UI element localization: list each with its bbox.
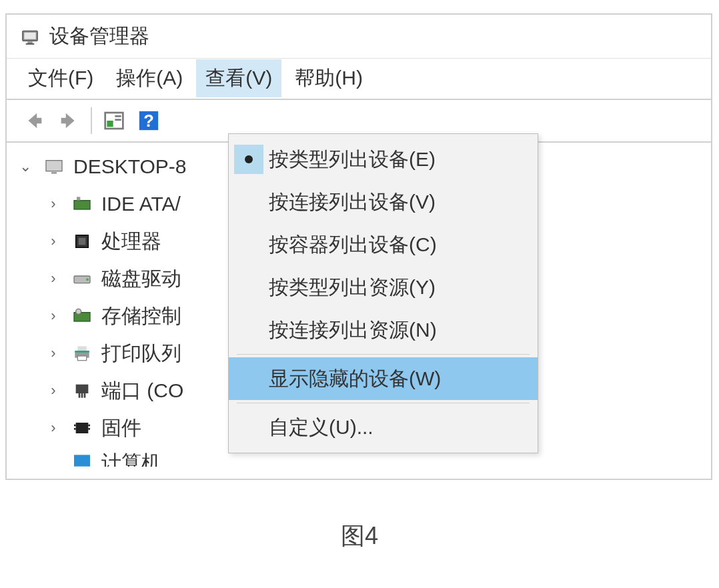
collapse-icon[interactable]: ⌄ xyxy=(16,158,35,175)
tree-item-label: IDE ATA/ xyxy=(101,193,181,215)
menu-devices-by-container[interactable]: 按容器列出设备(C) xyxy=(229,223,538,266)
printer-icon xyxy=(69,341,95,366)
svg-rect-32 xyxy=(88,428,90,430)
tree-item-label: 磁盘驱动 xyxy=(101,265,181,293)
menu-action[interactable]: 操作(A) xyxy=(107,59,192,97)
svg-rect-15 xyxy=(79,238,86,245)
back-button[interactable] xyxy=(19,105,49,136)
menu-item-label: 显示隐藏的设备(W) xyxy=(269,365,441,393)
menu-separator xyxy=(237,403,530,403)
disk-icon xyxy=(69,266,95,291)
menu-customize[interactable]: 自定义(U)... xyxy=(229,406,538,449)
expand-icon[interactable]: › xyxy=(44,382,63,399)
menu-item-label: 自定义(U)... xyxy=(269,414,374,441)
svg-rect-33 xyxy=(74,455,90,466)
expand-icon[interactable]: › xyxy=(44,419,63,437)
svg-point-17 xyxy=(86,278,89,281)
port-icon xyxy=(69,378,95,403)
svg-text:?: ? xyxy=(143,111,154,130)
svg-rect-10 xyxy=(46,161,62,171)
window-title: 设备管理器 xyxy=(49,23,149,50)
svg-rect-13 xyxy=(77,197,80,200)
expand-icon[interactable]: › xyxy=(44,270,63,287)
menu-devices-by-type[interactable]: 按类型列出设备(E) xyxy=(229,138,538,181)
firmware-icon xyxy=(69,415,95,441)
menu-item-label: 按连接列出设备(V) xyxy=(269,189,436,216)
tree-item-label: 计算机 xyxy=(101,449,161,467)
computer-icon xyxy=(41,154,67,179)
view-menu-dropdown: 按类型列出设备(E) 按连接列出设备(V) 按容器列出设备(C) 按类型列出资源… xyxy=(228,133,538,453)
device-manager-window: 设备管理器 文件(F) 操作(A) 查看(V) 帮助(H) ? xyxy=(5,13,712,480)
svg-rect-11 xyxy=(51,172,57,174)
menubar: 文件(F) 操作(A) 查看(V) 帮助(H) xyxy=(7,59,711,99)
menu-devices-by-connection[interactable]: 按连接列出设备(V) xyxy=(229,181,538,223)
svg-rect-2 xyxy=(27,41,33,43)
expand-icon[interactable]: › xyxy=(44,233,63,250)
tree-item-label: 端口 (CO xyxy=(101,377,183,405)
menu-resources-by-connection[interactable]: 按连接列出资源(N) xyxy=(229,309,538,351)
storage-controller-icon xyxy=(69,303,95,329)
menu-item-label: 按连接列出资源(N) xyxy=(269,317,437,344)
menu-file[interactable]: 文件(F) xyxy=(19,59,103,97)
svg-rect-24 xyxy=(76,385,89,393)
toolbar-separator xyxy=(91,107,92,134)
tree-item-label: 打印队列 xyxy=(101,340,181,367)
help-button[interactable]: ? xyxy=(133,105,164,136)
svg-rect-31 xyxy=(88,425,90,427)
menu-view[interactable]: 查看(V) xyxy=(196,59,281,97)
expand-icon[interactable]: › xyxy=(44,195,63,213)
svg-rect-12 xyxy=(74,201,90,209)
svg-rect-5 xyxy=(107,121,113,127)
show-hide-tree-button[interactable] xyxy=(99,105,129,136)
tree-item-label: 固件 xyxy=(101,415,141,442)
cpu-icon xyxy=(69,229,95,254)
svg-rect-30 xyxy=(74,428,76,430)
menu-separator xyxy=(237,354,530,355)
titlebar: 设备管理器 xyxy=(7,15,711,59)
svg-rect-28 xyxy=(76,423,89,433)
controller-icon xyxy=(69,191,95,217)
figure-caption: 图4 xyxy=(0,520,719,553)
svg-rect-22 xyxy=(77,356,86,361)
svg-rect-21 xyxy=(77,346,86,351)
menu-help[interactable]: 帮助(H) xyxy=(285,59,372,97)
tree-root-label: DESKTOP-8 xyxy=(73,155,187,178)
radio-checked-icon xyxy=(234,145,263,174)
expand-icon[interactable]: › xyxy=(44,345,63,362)
svg-point-19 xyxy=(76,309,81,314)
expand-icon[interactable]: › xyxy=(44,307,63,325)
svg-rect-25 xyxy=(79,393,81,398)
svg-rect-23 xyxy=(75,351,89,353)
menu-item-label: 按类型列出设备(E) xyxy=(269,146,436,173)
monitor-icon xyxy=(69,449,95,467)
menu-resources-by-type[interactable]: 按类型列出资源(Y) xyxy=(229,266,538,309)
svg-rect-1 xyxy=(24,32,36,39)
forward-button[interactable] xyxy=(53,105,84,136)
menu-item-label: 按容器列出设备(C) xyxy=(269,231,437,259)
tree-item-label: 存储控制 xyxy=(101,303,181,330)
tree-item-label: 处理器 xyxy=(101,228,161,255)
svg-rect-27 xyxy=(84,393,86,398)
svg-rect-29 xyxy=(74,425,76,427)
menu-item-label: 按类型列出资源(Y) xyxy=(269,274,436,301)
menu-show-hidden-devices[interactable]: 显示隐藏的设备(W) xyxy=(229,357,538,400)
svg-rect-3 xyxy=(26,43,35,45)
svg-rect-26 xyxy=(81,393,83,398)
device-manager-icon xyxy=(19,25,41,48)
